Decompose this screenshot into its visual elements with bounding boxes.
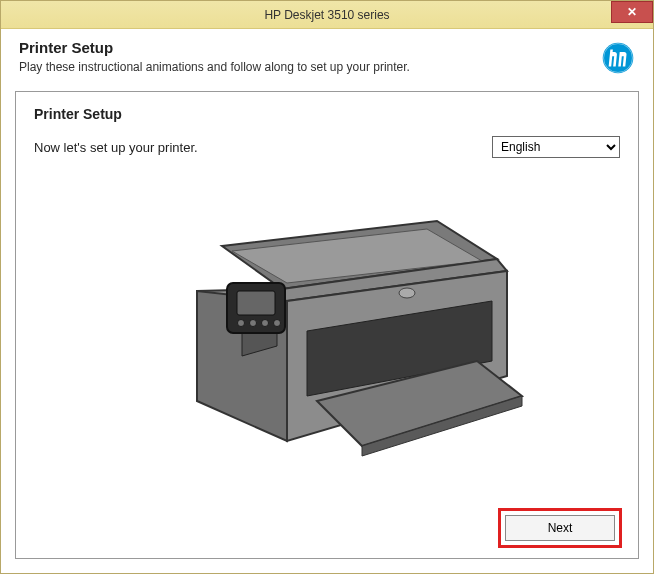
header-title: Printer Setup xyxy=(19,39,601,56)
language-select[interactable]: English xyxy=(492,136,620,158)
svg-point-13 xyxy=(238,320,245,327)
content-row: Now let's set up your printer. English xyxy=(34,136,620,158)
content-panel: Printer Setup Now let's set up your prin… xyxy=(15,91,639,559)
header-subtitle: Play these instructional animations and … xyxy=(19,60,601,74)
next-highlight: Next xyxy=(498,508,622,548)
svg-point-14 xyxy=(250,320,257,327)
window-title: HP Deskjet 3510 series xyxy=(264,8,389,22)
titlebar: HP Deskjet 3510 series ✕ xyxy=(1,1,653,29)
close-icon: ✕ xyxy=(627,5,637,19)
svg-point-17 xyxy=(399,288,415,298)
printer-icon xyxy=(127,201,527,481)
header-text: Printer Setup Play these instructional a… xyxy=(19,39,601,74)
header: Printer Setup Play these instructional a… xyxy=(1,29,653,83)
installer-window: HP Deskjet 3510 series ✕ Printer Setup P… xyxy=(0,0,654,574)
svg-point-16 xyxy=(274,320,281,327)
hp-logo-icon xyxy=(601,41,635,75)
next-button[interactable]: Next xyxy=(505,515,615,541)
footer: Next xyxy=(498,508,622,548)
svg-point-0 xyxy=(603,43,634,74)
content-title: Printer Setup xyxy=(34,106,620,122)
svg-point-15 xyxy=(262,320,269,327)
printer-illustration xyxy=(34,158,620,544)
content-subtitle: Now let's set up your printer. xyxy=(34,140,198,155)
svg-rect-12 xyxy=(237,291,275,315)
close-button[interactable]: ✕ xyxy=(611,1,653,23)
